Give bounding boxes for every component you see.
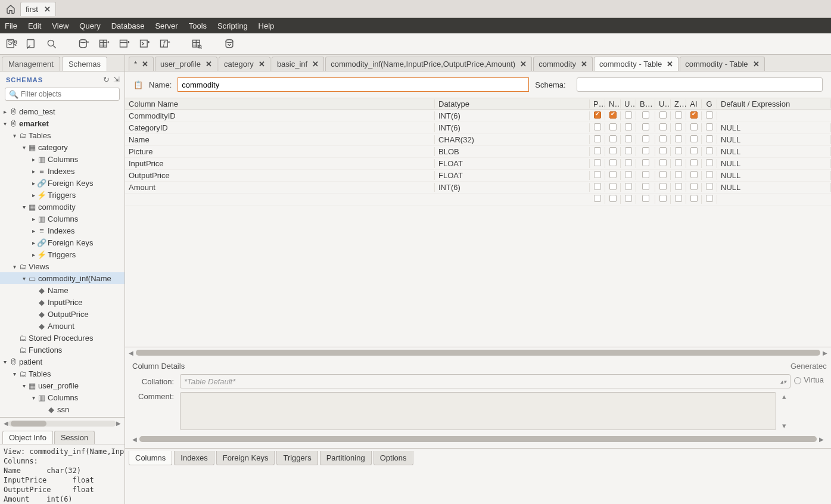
checkbox[interactable]: [642, 147, 649, 154]
checkbox[interactable]: [690, 183, 698, 190]
document-tab[interactable]: commodity - Table✕: [680, 57, 764, 71]
menu-edit[interactable]: Edit: [28, 21, 41, 30]
menu-tools[interactable]: Tools: [189, 21, 207, 30]
create-function-icon[interactable]: ƒ: [158, 38, 172, 51]
column-row[interactable]: CommodityIDINT(6): [125, 110, 831, 122]
column-name-cell[interactable]: Amount: [125, 183, 435, 192]
expand-icon[interactable]: ⇲: [113, 75, 120, 84]
tab-indexes[interactable]: Indexes: [174, 451, 214, 465]
tab-options[interactable]: Options: [374, 451, 413, 465]
column-type-cell[interactable]: FLOAT: [435, 171, 590, 180]
tree-indexes[interactable]: ▸≡Indexes: [0, 225, 125, 237]
checkbox[interactable]: [675, 171, 682, 178]
create-schema-icon[interactable]: [77, 38, 91, 51]
reconnect-icon[interactable]: [223, 38, 236, 51]
col-default-header[interactable]: Default / Expression: [717, 99, 831, 108]
inspector-icon[interactable]: [45, 38, 58, 51]
close-icon[interactable]: ✕: [312, 60, 319, 69]
checkbox[interactable]: [675, 135, 682, 142]
tree-columns[interactable]: ▸▥Columns: [0, 213, 125, 225]
column-type-cell[interactable]: INT(6): [435, 111, 590, 120]
column-name-cell[interactable]: Name: [125, 135, 435, 144]
checkbox[interactable]: [625, 159, 632, 166]
tree-table-user-profile[interactable]: ▾▦user_profile: [0, 379, 125, 391]
document-tab[interactable]: commodity✕: [533, 57, 593, 71]
checkbox[interactable]: [690, 159, 698, 166]
close-icon[interactable]: ✕: [581, 60, 587, 69]
menu-database[interactable]: Database: [111, 21, 145, 30]
document-tab[interactable]: commodity - Table✕: [594, 57, 679, 71]
virtual-radio[interactable]: [794, 377, 801, 384]
checkbox[interactable]: [594, 183, 601, 190]
document-tab[interactable]: commodity_inf(Name,InputPrice,OutputPric…: [325, 57, 532, 71]
tree-column-ssn[interactable]: ◆ssn: [0, 403, 125, 415]
columns-h-scrollbar[interactable]: ◀ ▶: [125, 347, 831, 358]
document-tab[interactable]: basic_inf✕: [272, 57, 324, 71]
checkbox[interactable]: [690, 147, 698, 154]
checkbox[interactable]: [642, 159, 649, 166]
new-sql-tab-icon[interactable]: SQL: [5, 38, 18, 51]
checkbox[interactable]: [625, 135, 632, 142]
close-icon[interactable]: ✕: [520, 60, 527, 69]
checkbox[interactable]: [659, 135, 667, 142]
checkbox[interactable]: [594, 159, 601, 166]
chevron-up-icon[interactable]: ▴: [782, 392, 790, 401]
tree-fks[interactable]: ▸🔗Foreign Keys: [0, 177, 125, 189]
sidebar-h-scrollbar[interactable]: ◀ ▶: [0, 417, 125, 429]
col-zf-header[interactable]: ZF: [671, 99, 686, 108]
details-h-scrollbar[interactable]: ◀ ▶: [132, 434, 824, 444]
checkbox[interactable]: [706, 183, 713, 190]
checkbox[interactable]: [625, 123, 632, 130]
column-default-cell[interactable]: NULL: [717, 159, 831, 168]
checkbox[interactable]: [642, 111, 649, 119]
column-default-cell[interactable]: NULL: [717, 171, 831, 180]
col-un-header[interactable]: UN: [655, 99, 671, 108]
column-name-cell[interactable]: CategoryID: [125, 123, 435, 132]
close-icon[interactable]: ✕: [667, 60, 673, 69]
close-icon[interactable]: ✕: [142, 60, 148, 69]
tree-functions[interactable]: 🗂Functions: [0, 344, 125, 356]
window-tab-first[interactable]: first ✕: [20, 2, 56, 16]
collation-select[interactable]: *Table Default* ▴▾: [180, 374, 790, 388]
col-g-header[interactable]: G: [702, 99, 717, 108]
document-tab[interactable]: *✕: [129, 57, 154, 71]
checkbox[interactable]: [609, 159, 617, 166]
create-view-icon[interactable]: [118, 38, 131, 51]
tree-views[interactable]: ▾🗂Views: [0, 260, 125, 272]
checkbox[interactable]: [675, 123, 682, 130]
tab-object-info[interactable]: Object Info: [2, 431, 53, 444]
column-type-cell[interactable]: FLOAT: [435, 159, 590, 168]
column-name-cell[interactable]: CommodityID: [125, 111, 435, 120]
column-name-cell[interactable]: InputPrice: [125, 159, 435, 168]
checkbox[interactable]: [706, 159, 713, 166]
tree-tables[interactable]: ▾🗂Tables: [0, 129, 125, 141]
checkbox[interactable]: [675, 147, 682, 154]
checkbox[interactable]: [642, 123, 649, 130]
close-icon[interactable]: ✕: [753, 60, 760, 69]
checkbox[interactable]: [690, 135, 698, 142]
checkbox[interactable]: [675, 183, 682, 190]
checkbox[interactable]: [690, 111, 698, 119]
checkbox[interactable]: [690, 123, 698, 130]
tab-session[interactable]: Session: [54, 431, 95, 444]
col-ai-header[interactable]: AI: [686, 99, 702, 108]
column-default-cell[interactable]: NULL: [717, 135, 831, 144]
schema-select[interactable]: [577, 77, 823, 92]
refresh-icon[interactable]: ↻: [103, 75, 110, 84]
checkbox[interactable]: [609, 171, 617, 178]
column-row-empty[interactable]: [125, 194, 831, 206]
open-sql-icon[interactable]: [25, 38, 38, 51]
home-icon[interactable]: [4, 2, 18, 15]
tab-triggers[interactable]: Triggers: [276, 451, 318, 465]
search-table-data-icon[interactable]: [191, 38, 204, 51]
checkbox[interactable]: [659, 159, 667, 166]
tree-view-col[interactable]: ◆OutputPrice: [0, 308, 125, 320]
menu-file[interactable]: File: [5, 21, 17, 30]
tree-db-patient[interactable]: ▾🛢patient: [0, 356, 125, 368]
tree-table-commodity[interactable]: ▾▦commodity: [0, 201, 125, 213]
column-type-cell[interactable]: INT(6): [435, 123, 590, 132]
tree-db-demo-test[interactable]: ▸🛢demo_test: [0, 105, 125, 117]
tree-view-col[interactable]: ◆Name: [0, 284, 125, 296]
checkbox[interactable]: [609, 147, 617, 154]
checkbox[interactable]: [609, 183, 617, 190]
